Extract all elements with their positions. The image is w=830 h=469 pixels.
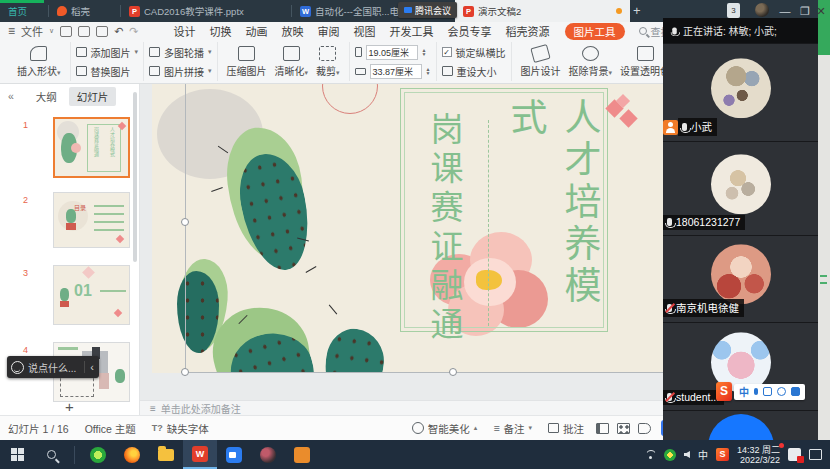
action-center-icon[interactable]: [809, 449, 822, 460]
replace-picture-button[interactable]: 替换图片: [76, 64, 139, 79]
sogou-logo-icon[interactable]: S: [716, 382, 732, 401]
menu-review[interactable]: 审阅: [318, 23, 340, 39]
stitch-button[interactable]: 图片拼接▾: [149, 64, 212, 79]
notes-bar[interactable]: ≡ 单击此处添加备注: [140, 400, 663, 415]
ime-keyboard-icon[interactable]: [763, 387, 772, 396]
crop-button[interactable]: 裁剪▾: [312, 46, 344, 78]
ime-toolbar[interactable]: S 中: [716, 382, 805, 401]
picture-tools-context-tab[interactable]: 图片工具: [565, 23, 625, 40]
taskbar-clock[interactable]: 14:32 周二2022/3/22: [737, 445, 780, 465]
selection-handle-left[interactable]: [181, 218, 189, 226]
tab-active-presentation[interactable]: P演示文稿2: [455, 0, 630, 22]
selection-handle-bottomleft[interactable]: [181, 368, 189, 376]
save-icon[interactable]: [60, 26, 72, 37]
slides-tab[interactable]: 幻灯片: [69, 87, 117, 106]
ime-skin-icon[interactable]: [777, 387, 786, 396]
hamburger-icon[interactable]: ≡: [8, 24, 15, 38]
taskbar-app-explorer[interactable]: [149, 440, 183, 469]
chat-input-placeholder[interactable]: 说点什么...: [28, 360, 76, 375]
height-spinner[interactable]: ▲▼: [422, 48, 427, 56]
smart-beautify-button[interactable]: 智能美化▴: [412, 421, 478, 436]
carousel-button[interactable]: 多图轮播▾: [149, 45, 212, 60]
width-spinner[interactable]: ▲▼: [426, 67, 431, 75]
thumbnails-scrollbar[interactable]: [133, 92, 137, 262]
missing-font-warning[interactable]: T?缺失字体: [152, 421, 209, 436]
lock-ratio-checkbox[interactable]: ✓锁定纵横比: [442, 45, 506, 60]
new-tab-button[interactable]: +: [633, 3, 641, 18]
taskbar-app-wps[interactable]: W: [183, 440, 217, 469]
selection-handle-bottom[interactable]: [449, 368, 457, 376]
start-button[interactable]: [0, 440, 34, 469]
add-picture-button[interactable]: 添加图片▾: [76, 45, 139, 60]
print-icon[interactable]: [78, 26, 90, 37]
outline-tab[interactable]: 大纲: [36, 89, 57, 104]
normal-view-button[interactable]: [596, 423, 609, 434]
taskbar-app-360[interactable]: [81, 440, 115, 469]
collapse-panel-button[interactable]: «: [8, 90, 14, 102]
tab-doc-cad[interactable]: PCAD2016教学课件.pptx: [121, 0, 291, 22]
tencent-meeting-floating-label[interactable]: 腾讯会议: [398, 2, 457, 18]
taskbar-search-button[interactable]: [34, 440, 68, 469]
undo-icon[interactable]: ↶: [114, 25, 123, 38]
comments-button[interactable]: 批注: [548, 421, 584, 436]
collapse-chat-icon[interactable]: ‹: [84, 361, 99, 373]
compress-picture-button[interactable]: 压缩图片: [223, 46, 271, 78]
volume-icon[interactable]: [684, 451, 690, 458]
menu-devtools[interactable]: 开发工具: [390, 23, 434, 39]
menu-slideshow[interactable]: 放映: [282, 23, 304, 39]
slide-canvas[interactable]: 人才培养模式 岗课赛证融通: [152, 84, 663, 373]
slide-thumbnail-2[interactable]: 目录: [53, 192, 130, 248]
preview-icon[interactable]: [96, 26, 108, 37]
clarify-button[interactable]: 清晰化▾: [271, 46, 313, 78]
notes-toggle-button[interactable]: ≡备注▾: [493, 421, 532, 436]
width-input[interactable]: 33.87厘米: [370, 64, 422, 79]
menu-animation[interactable]: 动画: [246, 23, 268, 39]
picture-design-button[interactable]: 图片设计: [517, 46, 565, 78]
account-avatar[interactable]: [755, 3, 769, 17]
theme-name[interactable]: Office 主题: [85, 421, 136, 436]
remove-background-button[interactable]: 抠除背景▾: [565, 46, 617, 78]
height-input[interactable]: 19.05厘米: [366, 45, 418, 60]
reading-view-button[interactable]: [638, 423, 651, 434]
participant-tile[interactable]: 18061231277: [663, 142, 818, 235]
participant-tile[interactable]: 小武: [663, 44, 818, 141]
slide-thumbnail-1[interactable]: 岗课赛证融通 人才培养模式: [53, 117, 130, 178]
tab-home[interactable]: 首页: [0, 0, 48, 22]
tab-docer[interactable]: 稻壳: [49, 0, 119, 22]
slide-sorter-button[interactable]: [617, 423, 630, 434]
taskbar-app-meeting[interactable]: [217, 440, 251, 469]
menu-view[interactable]: 视图: [354, 23, 376, 39]
taskbar-app-firefox[interactable]: [115, 440, 149, 469]
doc-count-badge[interactable]: 3: [727, 3, 740, 18]
ime-lang-icon[interactable]: 中: [739, 384, 749, 399]
participant-tile[interactable]: 建佳: [663, 411, 818, 440]
close-button[interactable]: ✕: [812, 2, 830, 20]
slide-title-sub[interactable]: 岗课赛证融通: [420, 112, 468, 352]
ime-mic-icon[interactable]: [754, 388, 758, 395]
tab-doc-writer[interactable]: W自动化---全国职...电: [292, 0, 398, 22]
ime-tray[interactable]: 中: [734, 384, 805, 400]
menu-member[interactable]: 会员专享: [448, 23, 492, 39]
reset-size-button[interactable]: 重设大小: [442, 64, 506, 79]
tray-lang-indicator[interactable]: 中: [698, 447, 708, 462]
insert-shape-button[interactable]: 插入形状▾: [13, 46, 65, 78]
add-slide-button[interactable]: +: [0, 398, 139, 415]
tray-document-badge-icon[interactable]: [788, 448, 801, 461]
editing-canvas[interactable]: 人才培养模式 岗课赛证融通: [140, 84, 663, 400]
selection-border-left[interactable]: [185, 84, 186, 373]
meeting-chat-quick-bar[interactable]: 说点什么... ‹: [7, 356, 99, 378]
selection-border-bottom[interactable]: [185, 372, 663, 373]
notes-placeholder[interactable]: 单击此处添加备注: [161, 401, 241, 416]
file-menu[interactable]: 文件: [21, 23, 43, 39]
tray-antivirus-icon[interactable]: [664, 449, 676, 461]
sogou-tray-icon[interactable]: S: [716, 448, 729, 461]
menu-docer-res[interactable]: 稻壳资源: [506, 23, 550, 39]
taskbar-app-orange[interactable]: [285, 440, 319, 469]
taskbar-app-unknown[interactable]: [251, 440, 285, 469]
wifi-icon[interactable]: [644, 450, 656, 459]
participant-tile[interactable]: 南京机电徐健: [663, 236, 818, 322]
slide-title-main[interactable]: 人才培养模式: [498, 98, 606, 348]
slide-thumbnail-3[interactable]: 01: [53, 265, 130, 325]
menu-transition[interactable]: 切换: [210, 23, 232, 39]
emoji-icon[interactable]: [11, 361, 24, 374]
